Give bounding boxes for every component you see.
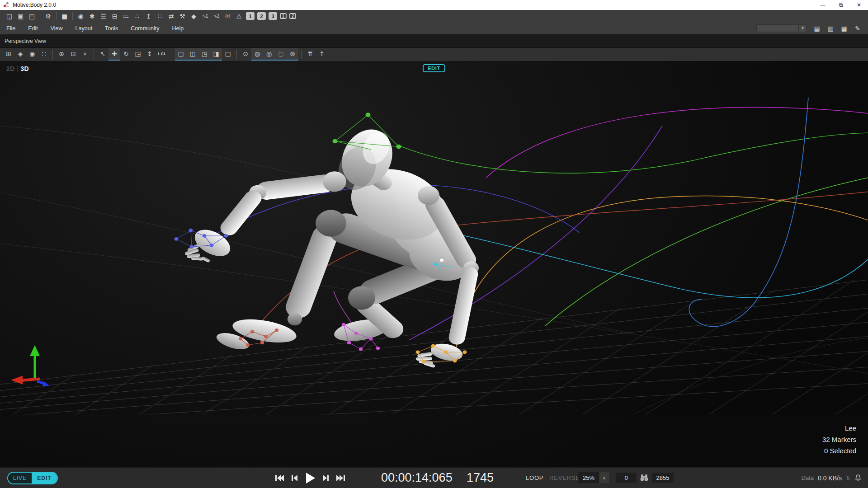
- restore-button[interactable]: ⧉: [832, 0, 850, 10]
- main-toolbar: ◱▣◳⚙■◉✱☰⊟≔∴↥∷⇄⚒◆∿1∿2(•)⚠12312: [0, 10, 868, 22]
- mode-2d-label[interactable]: 2D: [6, 65, 15, 72]
- settings-icon[interactable]: ⚙: [42, 11, 54, 21]
- menu-bar-right: ▼ ▤▥▦✎: [756, 24, 868, 32]
- graph-1-icon[interactable]: ∿1: [199, 11, 211, 21]
- reverse-toggle[interactable]: REVERSE: [547, 474, 583, 482]
- open-project-icon[interactable]: ◱: [4, 11, 15, 21]
- edit-mode-button[interactable]: EDIT: [32, 473, 57, 483]
- speed-chevron-icon[interactable]: ∨: [599, 472, 609, 483]
- data-streams-icon[interactable]: ☰: [98, 11, 109, 21]
- menu-help[interactable]: Help: [166, 25, 190, 32]
- separator: [52, 50, 53, 59]
- show-skeletons-icon[interactable]: ⊚: [287, 48, 298, 61]
- notifications-bell-icon[interactable]: [854, 474, 862, 482]
- edit-tracks-icon[interactable]: ⇄: [165, 11, 177, 21]
- zoom-selected-icon[interactable]: ⊡: [67, 48, 79, 61]
- select-marker-sets-filter-icon[interactable]: ◳: [198, 48, 210, 61]
- skip-to-end-button[interactable]: [335, 473, 346, 483]
- mannequin-skeleton[interactable]: [184, 124, 481, 368]
- select-tool-icon[interactable]: ↖: [97, 48, 108, 61]
- title-bar: Motive:Body 2.0.0 —⧉✕: [0, 0, 868, 10]
- assets-icon[interactable]: ∴: [132, 11, 143, 21]
- skeleton-pair-view-icon[interactable]: ⇈: [304, 48, 316, 61]
- menu-layout[interactable]: Layout: [69, 25, 99, 32]
- tab-perspective-view[interactable]: Perspective View: [5, 38, 46, 44]
- menu-edit[interactable]: Edit: [22, 25, 44, 32]
- log-pane-toggle-icon[interactable]: ✎: [853, 25, 863, 32]
- range-start-field[interactable]: 0: [616, 473, 637, 483]
- streaming-icon[interactable]: (•): [222, 11, 233, 21]
- separator: [40, 12, 40, 20]
- skip-to-start-button[interactable]: [274, 473, 285, 483]
- save-as-icon[interactable]: ◳: [26, 11, 38, 21]
- rotate-tool-icon[interactable]: ↻: [120, 48, 132, 61]
- 3d-scene: [0, 61, 868, 468]
- menu-community[interactable]: Community: [124, 25, 165, 32]
- tools-icon[interactable]: ⚒: [177, 11, 188, 21]
- perspective-cube-icon[interactable]: ◈: [14, 48, 26, 61]
- show-markers-icon[interactable]: ◍: [251, 48, 263, 61]
- builder-pane-toggle-icon[interactable]: ▥: [826, 25, 835, 32]
- layout-preset-1-button[interactable]: 1: [246, 12, 255, 20]
- marker-view-icon[interactable]: ∷: [38, 48, 50, 61]
- save-icon[interactable]: ▣: [15, 11, 26, 21]
- viewport-mode-toggle[interactable]: 2D|3D: [6, 65, 29, 72]
- step-forward-button[interactable]: [321, 473, 330, 483]
- skeleton-tool-icon[interactable]: ↕: [144, 48, 156, 61]
- local-coords-toggle[interactable]: LCL: [156, 48, 169, 61]
- 3d-viewport[interactable]: 2D|3D EDIT Lee 32 Markers 0 Selected: [0, 61, 868, 468]
- rate-sort-icon[interactable]: ⇅: [846, 475, 850, 481]
- viewport-preset-2-button[interactable]: 2: [289, 13, 296, 19]
- camera-calibration-icon[interactable]: ◉: [75, 11, 86, 21]
- zoom-region-icon[interactable]: ⌖: [79, 48, 91, 61]
- live-edit-toggle[interactable]: LIVE EDIT: [7, 472, 58, 484]
- camera-view-icon[interactable]: ◉: [26, 48, 38, 61]
- live-mode-button[interactable]: LIVE: [8, 473, 32, 483]
- select-skeletons-filter-icon[interactable]: ◨: [210, 48, 222, 61]
- show-marker-sets-icon[interactable]: ◌: [275, 48, 287, 61]
- tag-icon[interactable]: ◆: [188, 11, 199, 21]
- data-pane-toggle-icon[interactable]: ▤: [812, 25, 822, 32]
- grid-view-icon[interactable]: ⊞: [3, 48, 14, 61]
- combobox-chevron-icon[interactable]: ▼: [799, 24, 807, 32]
- wand-icon[interactable]: ✱: [86, 11, 98, 21]
- camera-preview-toggle-icon[interactable]: ▦: [839, 25, 849, 32]
- range-end-field[interactable]: 2855: [652, 473, 674, 483]
- skeleton-single-view-icon[interactable]: ↑: [316, 48, 328, 61]
- warning-flag-icon[interactable]: ⚠: [233, 11, 245, 21]
- select-other-filter-icon[interactable]: ▢: [222, 48, 234, 61]
- markers-icon[interactable]: ∷: [154, 11, 165, 21]
- viewport-preset-1-button[interactable]: 1: [280, 13, 287, 19]
- step-back-button[interactable]: [290, 473, 299, 483]
- archive-export-icon[interactable]: ⊟: [109, 11, 120, 21]
- minimize-button[interactable]: —: [814, 0, 832, 10]
- panel-stop-icon[interactable]: ■: [59, 11, 70, 21]
- mode-3d-label[interactable]: 3D: [20, 65, 29, 72]
- translate-tool-icon[interactable]: ✚: [108, 48, 120, 61]
- current-frame-display[interactable]: 1745: [467, 471, 494, 485]
- combobox-value[interactable]: [756, 24, 799, 32]
- menu-file[interactable]: File: [0, 25, 22, 32]
- subject-name: Lee: [822, 422, 856, 434]
- graph-2-icon[interactable]: ∿2: [211, 11, 222, 21]
- speed-value[interactable]: 25%: [578, 472, 599, 483]
- zoom-fit-icon[interactable]: ⊕: [56, 48, 67, 61]
- visibility-icon[interactable]: ⊙: [240, 48, 251, 61]
- view-tab-bar: Perspective View: [0, 34, 868, 48]
- skeleton-icon[interactable]: ↥: [143, 11, 154, 21]
- play-button[interactable]: [304, 471, 316, 485]
- layout-preset-3-button[interactable]: 3: [269, 12, 277, 20]
- select-markers-filter-icon[interactable]: ▢: [175, 48, 187, 61]
- layout-preset-2-button[interactable]: 2: [257, 12, 266, 20]
- find-frame-icon[interactable]: [639, 473, 649, 482]
- playback-speed-select[interactable]: 25% ∨: [578, 472, 609, 483]
- show-cameras-icon[interactable]: ◎: [263, 48, 275, 61]
- close-button[interactable]: ✕: [850, 0, 868, 10]
- loop-toggle[interactable]: LOOP: [523, 474, 546, 482]
- quick-search-combobox[interactable]: ▼: [756, 24, 807, 32]
- scale-tool-icon[interactable]: ◲: [132, 48, 144, 61]
- select-cameras-filter-icon[interactable]: ◫: [187, 48, 198, 61]
- menu-view[interactable]: View: [44, 25, 69, 32]
- properties-icon[interactable]: ≔: [120, 11, 132, 21]
- menu-tools[interactable]: Tools: [99, 25, 124, 32]
